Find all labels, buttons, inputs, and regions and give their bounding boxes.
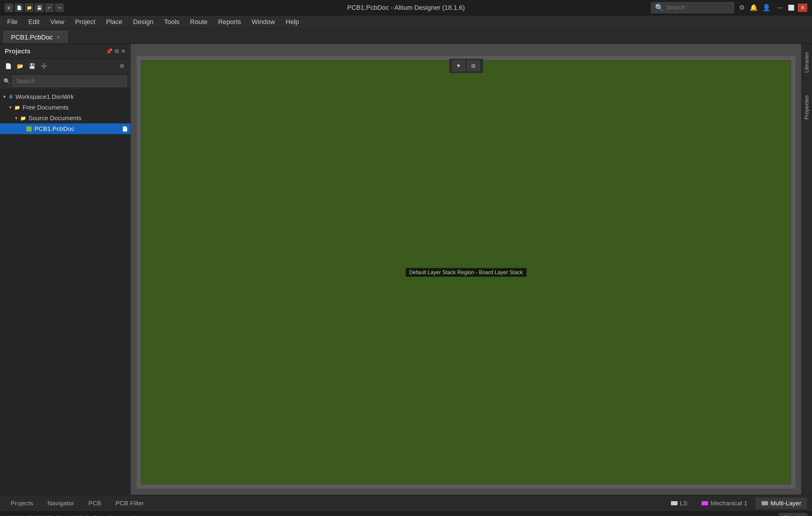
bell-icon[interactable]: 🔔 (750, 4, 758, 11)
document-tab-bar: PCB1.PcbDoc ✕ (0, 29, 812, 44)
redo-icon[interactable]: ↪ (55, 4, 63, 12)
pcb-board[interactable]: Default Layer Stack Region - Board Layer… (141, 60, 791, 484)
close-button[interactable]: ✕ (798, 4, 807, 12)
menu-view[interactable]: View (46, 16, 69, 28)
tree-source-documents[interactable]: ▼ 📁 Source Documents (0, 113, 130, 123)
save-icon[interactable]: 💾 (35, 4, 44, 12)
layer-ls-label: LS (680, 500, 688, 507)
app-icons: 🖥 📄 📁 💾 ↩ ↪ (5, 4, 63, 12)
minimize-button[interactable]: — (775, 4, 785, 12)
title-bar-right: 🔍 ⚙ 🔔 👤 — ⬜ ✕ (651, 2, 807, 13)
panel-close-icon[interactable]: ✕ (121, 48, 125, 55)
panel-search-area: 🔍 (0, 73, 130, 89)
menu-route[interactable]: Route (185, 16, 212, 28)
panel-header: Projects 📌 ⧉ ✕ (0, 44, 130, 59)
project-settings-icon[interactable]: ⚙ (117, 62, 127, 71)
multilayer-swatch (761, 501, 768, 505)
main-layout: Projects 📌 ⧉ ✕ 📄 📂 💾 ➕ ⚙ 🔍 ▼ 🖥 Workspace… (0, 44, 812, 495)
status-bar: X:2900mil Y:5115mil Grid: 5mil (Hotspot … (0, 511, 812, 516)
menu-edit[interactable]: Edit (24, 16, 44, 28)
menu-file[interactable]: File (2, 16, 22, 28)
panel-title: Projects (5, 48, 31, 55)
bottom-nav-pcb-filter-label: PCB Filter (115, 500, 144, 507)
user-icon[interactable]: 👤 (762, 4, 771, 11)
projects-panel: Projects 📌 ⧉ ✕ 📄 📂 💾 ➕ ⚙ 🔍 ▼ 🖥 Workspace… (0, 44, 130, 495)
menu-place[interactable]: Place (101, 16, 127, 28)
layer-tab-mechanical1[interactable]: Mechanical 1 (696, 497, 753, 509)
layer-tab-ls[interactable]: LS (665, 497, 694, 509)
bottom-nav-pcb-filter[interactable]: PCB Filter (110, 497, 150, 509)
bottom-nav-pcb[interactable]: PCB (83, 497, 107, 509)
source-docs-folder-icon: 📁 (20, 115, 26, 121)
right-panel: Libraries Properties (801, 44, 812, 495)
layer-tab-multilayer[interactable]: Multi-Layer (756, 497, 807, 509)
right-tab-properties[interactable]: Properties (803, 93, 811, 122)
source-docs-label: Source Documents (29, 115, 128, 122)
pcb-board-container: Default Layer Stack Region - Board Layer… (137, 56, 795, 489)
global-search-input[interactable] (666, 4, 730, 11)
settings-icon[interactable]: ⚙ (739, 4, 745, 11)
menu-window[interactable]: Window (247, 16, 280, 28)
tab-pcb1-label: PCB1.PcbDoc (11, 33, 53, 41)
pcb1-label: PCB1.PcbDoc (34, 125, 120, 132)
menu-project[interactable]: Project (70, 16, 100, 28)
workspace-expand-icon: ▼ (2, 94, 8, 99)
layer-multilayer-label: Multi-Layer (771, 500, 801, 507)
menu-reports[interactable]: Reports (213, 16, 246, 28)
menu-design[interactable]: Design (128, 16, 158, 28)
title-bar: 🖥 📄 📁 💾 ↩ ↪ PCB1.PcbDoc - Altium Designe… (0, 0, 812, 16)
window-controls: — ⬜ ✕ (775, 4, 807, 12)
free-docs-folder-icon: 📁 (14, 105, 20, 111)
menu-help[interactable]: Help (281, 16, 304, 28)
maximize-button[interactable]: ⬜ (786, 4, 796, 12)
panel-toolbar: 📄 📂 💾 ➕ ⚙ (0, 59, 130, 73)
tree-pcb1[interactable]: 🟩 PCB1.PcbDoc 📄 (0, 123, 130, 134)
panels-button[interactable]: Panels (779, 513, 807, 516)
new-icon[interactable]: 📄 (15, 4, 23, 12)
app-icon: 🖥 (5, 4, 13, 12)
pcb-canvas-area[interactable]: ▼ ⊞ Default Layer Stack Region - Board L… (130, 44, 801, 495)
status-grid: Grid: 5mil (71, 515, 96, 516)
status-right: Panels (779, 513, 807, 516)
undo-icon[interactable]: ↩ (45, 4, 53, 12)
pcb1-file-icon: 🟩 (26, 126, 32, 132)
save-project-icon[interactable]: 💾 (27, 62, 37, 71)
bottom-nav-navigator-label: Navigator (48, 500, 74, 507)
workspace-icon: 🖥 (8, 94, 13, 99)
panel-search-icon: 🔍 (4, 78, 10, 85)
workspace-label: Workspace1.DsnWrk (16, 93, 128, 100)
new-project-icon[interactable]: 📄 (4, 62, 13, 71)
panel-float-icon[interactable]: ⧉ (115, 48, 119, 54)
panel-search-input[interactable] (12, 75, 127, 87)
free-docs-expand-icon: ▼ (8, 105, 14, 110)
tree-workspace[interactable]: ▼ 🖥 Workspace1.DsnWrk (0, 91, 130, 102)
status-coords: X:2900mil Y:5115mil (5, 515, 59, 516)
bottom-nav-projects[interactable]: Projects (5, 497, 39, 509)
source-docs-expand-icon: ▼ (14, 116, 20, 120)
tab-pcb1-close[interactable]: ✕ (56, 34, 60, 40)
pcb1-badge: 📄 (122, 126, 128, 132)
menu-tools[interactable]: Tools (160, 16, 184, 28)
bottom-tab-bar: Projects Navigator PCB PCB Filter LS Mec… (0, 495, 812, 511)
global-search-bar[interactable]: 🔍 (651, 2, 734, 13)
status-snap: (Hotspot Snap) (108, 515, 148, 516)
menu-bar: File Edit View Project Place Design Tool… (0, 16, 812, 29)
tree-free-documents[interactable]: ▼ 📁 Free Documents (0, 102, 130, 113)
panel-pin-icon[interactable]: 📌 (106, 48, 113, 55)
tab-pcb1[interactable]: PCB1.PcbDoc ✕ (4, 31, 68, 43)
bottom-nav-navigator[interactable]: Navigator (41, 497, 80, 509)
right-tab-libraries[interactable]: Libraries (803, 50, 811, 75)
mechanical1-swatch (701, 501, 708, 505)
add-existing-icon[interactable]: ➕ (39, 62, 49, 71)
search-icon: 🔍 (655, 4, 664, 12)
title-bar-left: 🖥 📄 📁 💾 ↩ ↪ (5, 4, 63, 12)
filter-button[interactable]: ▼ (452, 61, 465, 71)
app-title: PCB1.PcbDoc - Altium Designer (18.1.6) (347, 4, 465, 11)
open-project-icon[interactable]: 📂 (16, 62, 25, 71)
bottom-nav-projects-label: Projects (11, 500, 33, 507)
open-icon[interactable]: 📁 (25, 4, 33, 12)
free-docs-label: Free Documents (23, 104, 128, 111)
canvas-toolbar: ▼ ⊞ (449, 59, 483, 73)
grid-button[interactable]: ⊞ (467, 61, 480, 71)
bottom-nav-pcb-label: PCB (88, 500, 101, 507)
